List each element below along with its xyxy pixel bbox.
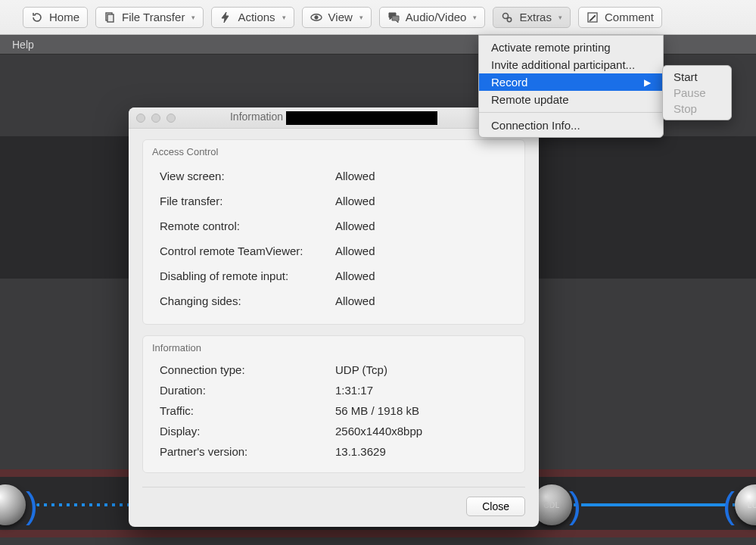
dialog-titlebar[interactable]: Information bbox=[129, 107, 539, 129]
chevron-down-icon: ▾ bbox=[473, 14, 477, 21]
connection-info-dialog: Information Access Control View screen:A… bbox=[129, 107, 539, 527]
dialog-title-text: Information bbox=[230, 111, 283, 123]
panel-heading: Access Control bbox=[152, 146, 515, 157]
svg-point-4 bbox=[503, 13, 509, 18]
menu-item-label: Pause bbox=[674, 86, 706, 99]
kv-row: Duration:1:31:17 bbox=[152, 380, 515, 400]
kv-value: Allowed bbox=[335, 170, 375, 182]
svg-rect-1 bbox=[107, 14, 114, 22]
window-controls bbox=[136, 114, 176, 123]
record-submenu: Start Pause Stop bbox=[662, 65, 732, 120]
menu-item-label: Activate remote printing bbox=[491, 41, 611, 54]
menu-remote-update[interactable]: Remote update bbox=[479, 91, 663, 108]
kv-row: Remote control:Allowed bbox=[152, 213, 515, 238]
chat-icon bbox=[387, 11, 400, 23]
menu-separator bbox=[479, 112, 663, 113]
information-panel: Information Connection type:UDP (Tcp) Du… bbox=[142, 335, 525, 473]
kv-row: Changing sides:Allowed bbox=[152, 288, 515, 313]
menu-item-label: Invite additional participant... bbox=[491, 58, 635, 71]
submenu-start[interactable]: Start bbox=[663, 69, 731, 85]
kv-row: Display:2560x1440x8bpp bbox=[152, 421, 515, 441]
node-wire bbox=[581, 503, 727, 506]
kv-row: File transfer:Allowed bbox=[152, 188, 515, 213]
kv-key: Duration: bbox=[160, 384, 335, 397]
paren-icon: ( bbox=[723, 484, 735, 526]
kv-value: 2560x1440x8bpp bbox=[335, 425, 422, 438]
kv-key: Traffic: bbox=[160, 404, 335, 417]
kv-row: Traffic:56 MB / 1918 kB bbox=[152, 400, 515, 421]
view-button[interactable]: View ▾ bbox=[302, 7, 372, 28]
kv-row: Control remote TeamViewer:Allowed bbox=[152, 238, 515, 263]
home-button[interactable]: Home bbox=[23, 7, 88, 28]
kv-key: Partner's version: bbox=[160, 445, 335, 458]
kv-value: Allowed bbox=[335, 269, 375, 282]
kv-value: Allowed bbox=[335, 244, 375, 257]
svg-point-3 bbox=[314, 15, 317, 18]
kv-key: File transfer: bbox=[160, 195, 335, 207]
kv-value: Allowed bbox=[335, 220, 375, 232]
actions-label: Actions bbox=[238, 11, 275, 23]
kv-value: Allowed bbox=[335, 195, 375, 207]
node-orb-lut[interactable]: LUT bbox=[735, 484, 756, 525]
panel-heading: Information bbox=[152, 342, 515, 353]
dialog-footer: Close bbox=[142, 487, 525, 527]
kv-value: 13.1.3629 bbox=[335, 445, 386, 458]
node-orb[interactable] bbox=[0, 484, 26, 525]
audio-video-button[interactable]: Audio/Video ▾ bbox=[379, 7, 486, 28]
menu-activate-remote-printing[interactable]: Activate remote printing bbox=[479, 39, 663, 56]
menu-record[interactable]: Record ▶ bbox=[479, 73, 663, 91]
gears-icon bbox=[501, 11, 513, 23]
kv-key: Remote control: bbox=[160, 220, 335, 232]
session-toolbar: Home File Transfer ▾ Actions ▾ View ▾ Au… bbox=[0, 0, 756, 35]
close-button[interactable]: Close bbox=[466, 497, 525, 516]
menu-item-label: Remote update bbox=[491, 93, 569, 106]
kv-row: Partner's version:13.1.3629 bbox=[152, 441, 515, 462]
edit-icon bbox=[586, 11, 599, 23]
submenu-stop: Stop bbox=[663, 101, 731, 117]
refresh-icon bbox=[31, 11, 43, 23]
extras-label: Extras bbox=[519, 11, 552, 23]
kv-key: Control remote TeamViewer: bbox=[160, 244, 335, 257]
file-transfer-label: File Transfer bbox=[122, 11, 185, 23]
svg-point-5 bbox=[508, 17, 512, 21]
bolt-icon bbox=[219, 11, 232, 23]
audio-video-label: Audio/Video bbox=[406, 11, 467, 23]
kv-value: UDP (Tcp) bbox=[335, 363, 387, 376]
chevron-down-icon: ▾ bbox=[282, 14, 286, 21]
menu-item-label: Start bbox=[674, 70, 698, 83]
comment-button[interactable]: Comment bbox=[578, 7, 662, 28]
dialog-title: Information bbox=[129, 111, 539, 124]
kv-key: Changing sides: bbox=[160, 294, 335, 307]
help-menu[interactable]: Help bbox=[12, 39, 34, 51]
chevron-down-icon: ▾ bbox=[359, 14, 363, 21]
zoom-window-icon[interactable] bbox=[166, 114, 176, 123]
kv-value: Allowed bbox=[335, 294, 375, 307]
home-label: Home bbox=[49, 11, 79, 23]
extras-button[interactable]: Extras ▾ bbox=[493, 7, 571, 28]
kv-row: View screen:Allowed bbox=[152, 164, 515, 188]
kv-key: Display: bbox=[160, 425, 335, 438]
redacted-title-icon bbox=[286, 111, 437, 125]
submenu-arrow-icon: ▶ bbox=[644, 77, 651, 88]
submenu-pause: Pause bbox=[663, 85, 731, 101]
chevron-down-icon: ▾ bbox=[558, 14, 562, 21]
menu-connection-info[interactable]: Connection Info... bbox=[479, 117, 663, 134]
kv-key: Connection type: bbox=[160, 363, 335, 376]
menu-invite-participant[interactable]: Invite additional participant... bbox=[479, 56, 663, 73]
kv-row: Connection type:UDP (Tcp) bbox=[152, 360, 515, 380]
actions-button[interactable]: Actions ▾ bbox=[211, 7, 294, 28]
kv-value: 1:31:17 bbox=[335, 384, 373, 397]
paren-icon: ) bbox=[569, 484, 581, 526]
extras-menu: Activate remote printing Invite addition… bbox=[478, 35, 664, 138]
menu-item-label: Stop bbox=[674, 102, 697, 115]
chevron-down-icon: ▾ bbox=[191, 14, 195, 21]
file-transfer-button[interactable]: File Transfer ▾ bbox=[95, 7, 204, 28]
close-window-icon[interactable] bbox=[136, 114, 145, 123]
kv-key: View screen: bbox=[160, 170, 335, 182]
menu-item-label: Connection Info... bbox=[491, 119, 580, 132]
view-label: View bbox=[328, 11, 353, 23]
eye-icon bbox=[310, 11, 322, 23]
minimize-window-icon[interactable] bbox=[151, 114, 160, 123]
menu-item-label: Record bbox=[491, 76, 527, 89]
kv-row: Disabling of remote input:Allowed bbox=[152, 263, 515, 288]
